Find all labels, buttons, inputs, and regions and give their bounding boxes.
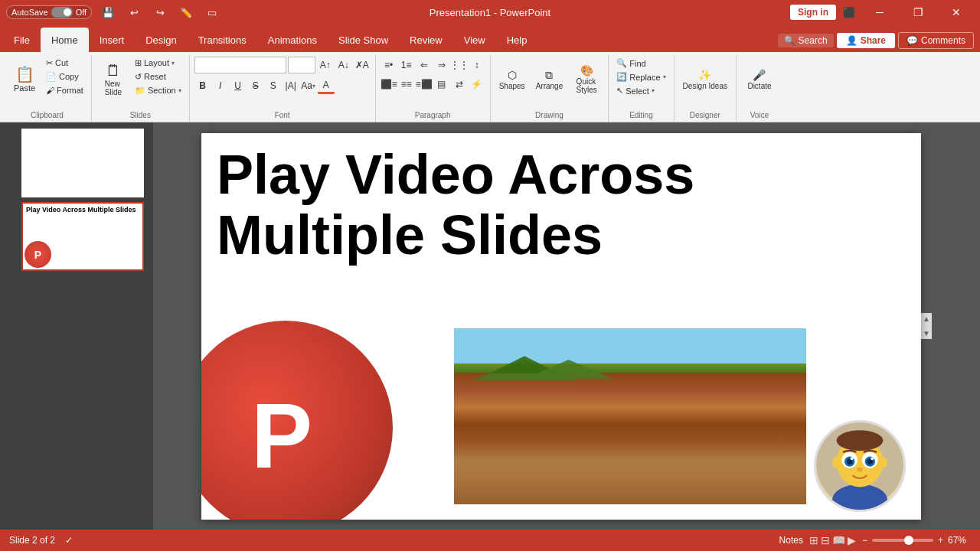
char-spacing-btn[interactable]: |A| <box>283 77 299 94</box>
align-left-btn[interactable]: ⬛≡ <box>381 76 397 93</box>
undo-button[interactable]: ↩ <box>124 2 144 22</box>
text-direction-btn[interactable]: ⇄ <box>451 76 468 93</box>
canyon-visual <box>454 328 806 504</box>
zoom-slider[interactable] <box>872 539 933 542</box>
powerpoint-logo: P <box>201 321 393 520</box>
arrange-button[interactable]: ⧉ Arrange <box>532 57 567 103</box>
strikethrough-button[interactable]: S <box>247 77 264 94</box>
quick-styles-button[interactable]: 🎨 QuickStyles <box>570 57 603 103</box>
notes-button[interactable]: Notes <box>779 535 803 546</box>
save-button[interactable]: 💾 <box>98 2 118 22</box>
scroll-down-arrow[interactable]: ▼ <box>923 329 930 337</box>
ribbon-display-btn[interactable]: ⬛ <box>839 2 859 22</box>
reset-button[interactable]: ↺ Reset <box>132 70 185 83</box>
copy-button[interactable]: 📄 Copy <box>43 70 87 83</box>
autosave-control[interactable]: AutoSave Off <box>6 5 92 19</box>
italic-button[interactable]: I <box>212 77 229 94</box>
comments-button[interactable]: 💬 Comments <box>898 32 974 49</box>
select-button[interactable]: ↖ Select ▾ <box>613 84 668 97</box>
slide-panel: 1 2 Play Video Across Multiple Slides P <box>0 122 153 530</box>
tab-review[interactable]: Review <box>399 28 453 52</box>
canvas-area[interactable]: Play Video Across Multiple Slides P <box>153 122 980 530</box>
customize-btn[interactable]: ✏️ <box>176 2 196 22</box>
comment-icon: 💬 <box>906 35 918 46</box>
tab-file[interactable]: File <box>3 28 41 52</box>
tab-view[interactable]: View <box>453 28 496 52</box>
shapes-button[interactable]: ⬡ Shapes <box>495 57 529 103</box>
align-right-btn[interactable]: ≡⬛ <box>416 76 433 93</box>
smart-art-btn[interactable]: ⚡ <box>469 76 485 93</box>
drawing-controls: ⬡ Shapes ⧉ Arrange 🎨 QuickStyles <box>495 55 604 111</box>
slide-canvas[interactable]: Play Video Across Multiple Slides P <box>201 133 921 520</box>
autosave-toggle[interactable] <box>51 7 73 18</box>
shadow-button[interactable]: S <box>265 77 282 94</box>
new-slide-button[interactable]: 🗒 NewSlide <box>96 57 130 103</box>
font-grow-btn[interactable]: A↑ <box>317 57 334 73</box>
tab-help[interactable]: Help <box>496 28 538 52</box>
tab-home[interactable]: Home <box>41 28 89 52</box>
canyon-image[interactable] <box>454 328 806 504</box>
share-button[interactable]: 👤 Share <box>837 33 895 48</box>
underline-button[interactable]: U <box>230 77 247 94</box>
numbering-btn[interactable]: 1≡ <box>398 57 415 73</box>
slide-sorter-btn[interactable]: ⊟ <box>821 534 830 546</box>
paragraph-controls: ≡• 1≡ ⇐ ⇒ ⋮⋮ ↕ ⬛≡ ≡≡ ≡⬛ ▤ ⇄ ⚡ <box>381 55 485 111</box>
font-color-btn[interactable]: A <box>318 77 335 94</box>
justify-btn[interactable]: ▤ <box>433 76 450 93</box>
vertical-scrollbar[interactable]: ▲ ▼ <box>921 313 932 339</box>
slide-thumb-2[interactable]: 2 Play Video Across Multiple Slides P <box>6 202 147 271</box>
zoom-in-btn[interactable]: + <box>938 535 943 546</box>
bold-button[interactable]: B <box>194 77 211 94</box>
tab-design[interactable]: Design <box>135 28 187 52</box>
slide-preview-2[interactable]: Play Video Across Multiple Slides P <box>21 202 144 271</box>
title-bar: AutoSave Off 💾 ↩ ↪ ✏️ ▭ Presentation1 - … <box>0 0 980 24</box>
scroll-up-arrow[interactable]: ▲ <box>923 315 930 323</box>
tab-insert[interactable]: Insert <box>89 28 136 52</box>
zoom-out-btn[interactable]: − <box>862 535 867 546</box>
slide-thumb-1[interactable]: 1 <box>6 129 147 197</box>
minimize-button[interactable]: ─ <box>862 0 897 24</box>
slides-buttons: 🗒 NewSlide ⊞ Layout ▾ ↺ Reset 📁 Section … <box>96 55 185 111</box>
bullets-btn[interactable]: ≡• <box>381 57 397 73</box>
font-shrink-btn[interactable]: A↓ <box>335 57 352 73</box>
format-painter-button[interactable]: 🖌 Format <box>43 84 87 96</box>
accessibility-icon[interactable]: ✓ <box>61 533 77 548</box>
change-case-btn[interactable]: Aa ▾ <box>300 77 317 94</box>
slide-title[interactable]: Play Video Across Multiple Slides <box>217 145 906 266</box>
font-size-input[interactable] <box>288 57 315 73</box>
editing-controls: 🔍 Find 🔄 Replace ▾ ↖ Select ▾ <box>613 55 668 111</box>
decrease-indent-btn[interactable]: ⇐ <box>416 57 433 73</box>
slideshow-view-btn[interactable]: ▶ <box>848 534 856 546</box>
tab-transitions[interactable]: Transitions <box>188 28 257 52</box>
zoom-level[interactable]: 67% <box>948 535 971 546</box>
align-center-btn[interactable]: ≡≡ <box>398 76 415 93</box>
clear-format-btn[interactable]: ✗A <box>354 57 371 73</box>
design-ideas-button[interactable]: ✨ Design Ideas <box>679 57 731 103</box>
autosave-state: Off <box>76 8 87 17</box>
increase-indent-btn[interactable]: ⇒ <box>433 57 450 73</box>
replace-button[interactable]: 🔄 Replace ▾ <box>613 70 668 83</box>
columns-btn[interactable]: ⋮⋮ <box>451 57 468 73</box>
search-box[interactable]: 🔍 Search <box>778 34 834 47</box>
tab-animations[interactable]: Animations <box>257 28 328 52</box>
zoom-controls: − + 67% <box>862 535 971 546</box>
font-name-input[interactable] <box>194 57 286 73</box>
section-button[interactable]: 📁 Section ▾ <box>132 84 185 97</box>
normal-view-btn[interactable]: ⊞ <box>809 534 818 546</box>
slide-preview-1[interactable] <box>21 129 144 197</box>
present-mode-btn[interactable]: ▭ <box>202 2 222 22</box>
paste-button[interactable]: 📋 Paste <box>8 57 41 103</box>
sign-in-button[interactable]: Sign in <box>790 5 836 20</box>
find-button[interactable]: 🔍 Find <box>613 57 668 70</box>
tab-slideshow[interactable]: Slide Show <box>328 28 399 52</box>
editing-label: Editing <box>613 111 668 122</box>
restore-button[interactable]: ❐ <box>900 0 936 24</box>
close-button[interactable]: ✕ <box>939 0 974 24</box>
redo-button[interactable]: ↪ <box>150 2 170 22</box>
dictate-button[interactable]: 🎤 Dictate <box>743 57 776 103</box>
cut-button[interactable]: ✂ Cut <box>43 57 87 70</box>
reading-view-btn[interactable]: 📖 <box>832 534 845 546</box>
line-spacing-btn[interactable]: ↕ <box>469 57 485 73</box>
share-icon: 👤 <box>846 35 858 46</box>
layout-button[interactable]: ⊞ Layout ▾ <box>132 57 185 70</box>
